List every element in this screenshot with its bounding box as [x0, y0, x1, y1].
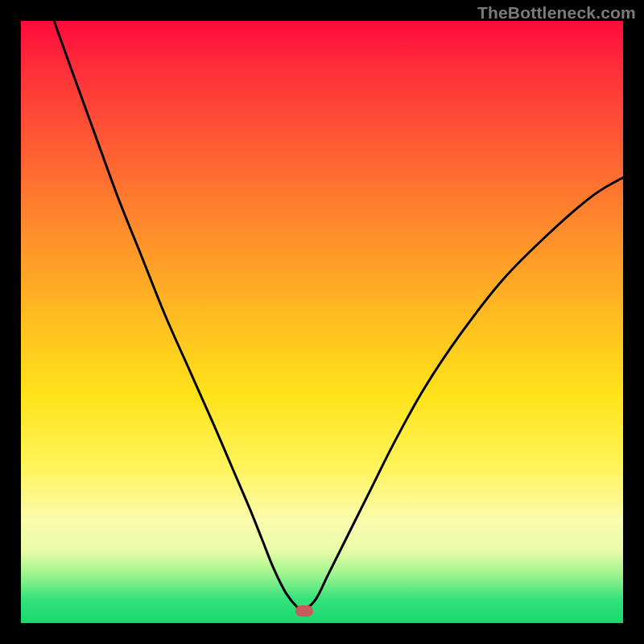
plot-area: [21, 21, 623, 623]
bottleneck-curve-left: [54, 21, 303, 611]
optimum-marker: [295, 605, 313, 617]
watermark-text: TheBottleneck.com: [477, 3, 636, 23]
curve-layer: [21, 21, 623, 623]
bottleneck-curve-right: [304, 177, 623, 611]
chart-frame: TheBottleneck.com: [0, 0, 644, 644]
